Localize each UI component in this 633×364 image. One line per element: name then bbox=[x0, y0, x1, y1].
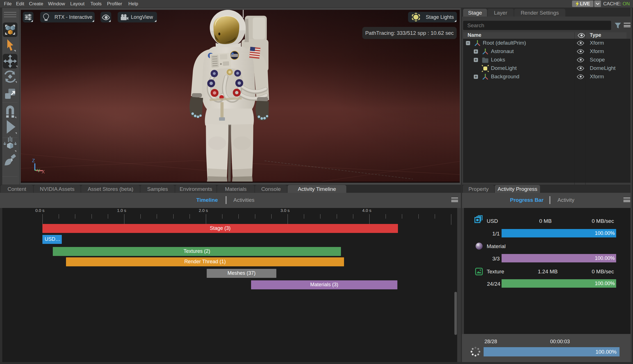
svg-text:X: X bbox=[42, 169, 45, 175]
svg-text:Z: Z bbox=[32, 158, 35, 163]
svg-text:Y: Y bbox=[37, 168, 40, 173]
